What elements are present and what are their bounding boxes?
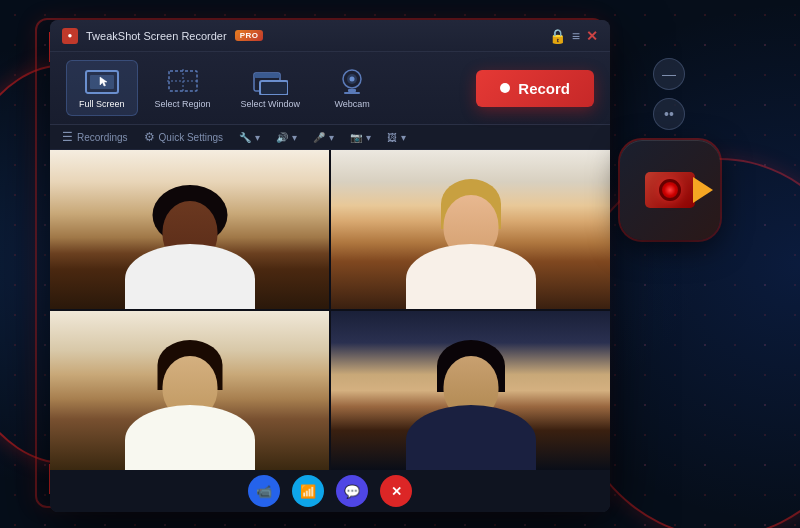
body-4 (406, 405, 536, 470)
app-icon-small (62, 28, 78, 44)
end-icon: ✕ (391, 484, 402, 499)
app-title: TweakShot Screen Recorder (86, 30, 227, 42)
chat-button[interactable]: 💬 (336, 475, 368, 507)
floating-controls: — •• (653, 58, 685, 130)
audio-dropdown[interactable]: 🔊 ▾ (276, 132, 297, 143)
bottom-bar: 📹 📶 💬 ✕ (50, 470, 610, 512)
person-2 (331, 150, 610, 309)
end-call-button[interactable]: ✕ (380, 475, 412, 507)
camera-icon: 📷 (350, 132, 362, 143)
svg-rect-7 (254, 73, 280, 78)
video-cell-4 (331, 311, 610, 470)
tools-chevron: ▾ (255, 132, 260, 143)
capture-icon: 🖼 (387, 132, 397, 143)
select-region-icon (165, 67, 201, 95)
close-button[interactable]: ✕ (586, 28, 598, 44)
svg-rect-12 (348, 89, 356, 92)
window-controls: 🔒 ≡ ✕ (549, 28, 598, 44)
body-1 (125, 244, 255, 309)
webcam-icon (334, 67, 370, 95)
chat-icon: 💬 (344, 484, 360, 499)
svg-rect-13 (344, 92, 360, 94)
app-window-container: TweakShot Screen Recorder PRO 🔒 ≡ ✕ (50, 20, 630, 500)
video-cell-3 (50, 311, 329, 470)
play-triangle-icon (693, 177, 713, 203)
record-button[interactable]: Record (476, 70, 594, 107)
full-screen-icon (84, 67, 120, 95)
video-grid (50, 150, 610, 470)
mic-chevron: ▾ (329, 132, 334, 143)
svg-rect-8 (260, 81, 288, 95)
capture-dropdown[interactable]: 🖼 ▾ (387, 132, 406, 143)
camera-lens-icon (659, 179, 681, 201)
secondary-toolbar: ☰ Recordings ⚙ Quick Settings 🔧 ▾ 🔊 ▾ 🎤 … (50, 125, 610, 150)
recordings-icon: ☰ (62, 130, 73, 144)
expand-float-button[interactable]: •• (653, 98, 685, 130)
dots-icon: •• (664, 106, 674, 122)
stats-button[interactable]: 📶 (292, 475, 324, 507)
select-region-label: Select Region (155, 99, 211, 109)
camera-chevron: ▾ (366, 132, 371, 143)
app-icon-inner (645, 172, 695, 208)
video-cell-1 (50, 150, 329, 309)
quick-settings-tool[interactable]: ⚙ Quick Settings (144, 130, 223, 144)
tool-webcam[interactable]: Webcam (317, 60, 387, 116)
tool-select-window[interactable]: Select Window (228, 60, 314, 116)
webcam-label: Webcam (334, 99, 369, 109)
recordings-label: Recordings (77, 132, 128, 143)
video-cell-2 (331, 150, 610, 309)
body-2 (406, 244, 536, 309)
capture-chevron: ▾ (401, 132, 406, 143)
mic-dropdown[interactable]: 🎤 ▾ (313, 132, 334, 143)
title-bar: TweakShot Screen Recorder PRO 🔒 ≡ ✕ (50, 20, 610, 52)
record-dot-icon (500, 83, 510, 93)
lock-icon[interactable]: 🔒 (549, 28, 566, 44)
person-1 (50, 150, 329, 309)
app-window: TweakShot Screen Recorder PRO 🔒 ≡ ✕ (50, 20, 610, 512)
main-toolbar: Full Screen Select Region (50, 52, 610, 125)
full-screen-label: Full Screen (79, 99, 125, 109)
audio-icon: 🔊 (276, 132, 288, 143)
svg-point-11 (350, 77, 355, 82)
person-3 (50, 311, 329, 470)
select-window-label: Select Window (241, 99, 301, 109)
settings-icon: ⚙ (144, 130, 155, 144)
minimize-float-button[interactable]: — (653, 58, 685, 90)
tool-select-region[interactable]: Select Region (142, 60, 224, 116)
floating-app-icon (620, 140, 720, 240)
audio-chevron: ▾ (292, 132, 297, 143)
mic-icon: 🎤 (313, 132, 325, 143)
pro-badge: PRO (235, 30, 264, 41)
video-icon: 📹 (256, 484, 272, 499)
video-button[interactable]: 📹 (248, 475, 280, 507)
minus-icon: — (662, 66, 676, 82)
camera-body-icon (645, 172, 695, 208)
tools-icon: 🔧 (239, 132, 251, 143)
camera-dropdown[interactable]: 📷 ▾ (350, 132, 371, 143)
recordings-tool[interactable]: ☰ Recordings (62, 130, 128, 144)
tool-full-screen[interactable]: Full Screen (66, 60, 138, 116)
quick-settings-label: Quick Settings (159, 132, 223, 143)
menu-button[interactable]: ≡ (572, 28, 580, 44)
select-window-icon (252, 67, 288, 95)
record-label: Record (518, 80, 570, 97)
stats-icon: 📶 (300, 484, 316, 499)
tools-dropdown[interactable]: 🔧 ▾ (239, 132, 260, 143)
body-3 (125, 405, 255, 470)
person-4 (331, 311, 610, 470)
title-bar-left: TweakShot Screen Recorder PRO (62, 28, 263, 44)
